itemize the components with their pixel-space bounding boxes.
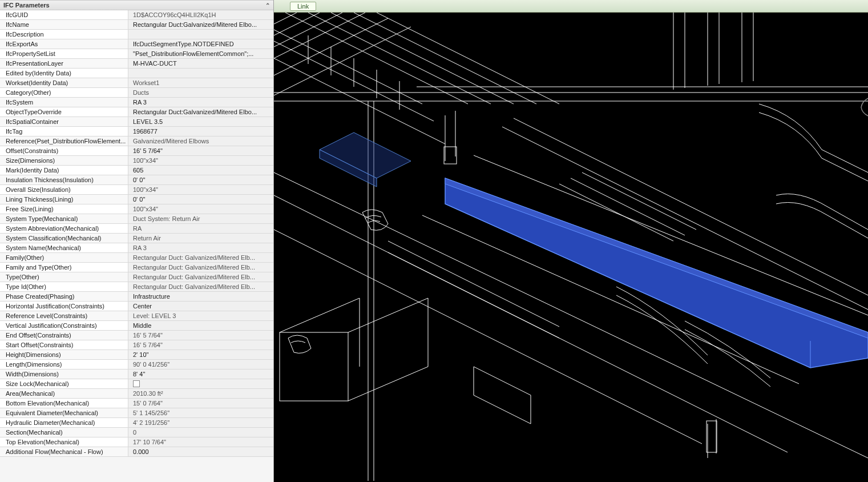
property-name: System Abbreviation(Mechanical) xyxy=(0,224,128,233)
property-row[interactable]: Section(Mechanical)0 xyxy=(0,428,273,437)
property-row[interactable]: Vertical Justification(Constraints)Middl… xyxy=(0,321,273,331)
property-value: RA 3 xyxy=(128,243,273,252)
property-row[interactable]: Family and Type(Other)Rectangular Duct: … xyxy=(0,263,273,272)
property-value[interactable]: 2' 10" xyxy=(128,350,273,359)
property-row[interactable]: System Classification(Mechanical)Return … xyxy=(0,234,273,243)
property-value[interactable]: Rectangular Duct:Galvanized/Mitered Elbo… xyxy=(128,107,273,117)
property-value: 100"x34" xyxy=(128,156,273,165)
property-row[interactable]: Workset(Identity Data)Workset1 xyxy=(0,78,273,88)
property-row[interactable]: Start Offset(Constraints)16' 5 7/64" xyxy=(0,340,273,350)
view-cube[interactable] xyxy=(857,91,868,120)
property-row[interactable]: Reference Level(Constraints)Level: LEVEL… xyxy=(0,311,273,321)
property-row[interactable]: IfcGUID1D$ACCOY96cQ4HLII2Kq1H xyxy=(0,10,273,20)
property-row[interactable]: Additional Flow(Mechanical - Flow)0.000 xyxy=(0,447,273,457)
property-name: Workset(Identity Data) xyxy=(0,78,128,87)
property-value[interactable]: 0.000 xyxy=(128,447,273,456)
collapse-icon[interactable]: ⌃ xyxy=(265,2,270,9)
property-row[interactable]: IfcExportAsIfcDuctSegmentType.NOTDEFINED xyxy=(0,39,273,49)
property-value: 4' 2 191/256" xyxy=(128,418,273,427)
property-row[interactable]: IfcPresentationLayerM-HVAC-DUCT xyxy=(0,59,273,69)
property-value[interactable]: "Pset_DistributionFlowElementCommon";... xyxy=(128,49,273,58)
property-row[interactable]: Insulation Thickness(Insulation)0' 0" xyxy=(0,175,273,185)
property-value[interactable]: Middle xyxy=(128,321,273,330)
section-title: IFC Parameters xyxy=(3,2,50,9)
property-row[interactable]: Mark(Identity Data)605 xyxy=(0,166,273,175)
wireframe-view[interactable] xyxy=(274,13,868,482)
property-name: Horizontal Justification(Constraints) xyxy=(0,302,128,311)
property-row[interactable]: Bottom Elevation(Mechanical)15' 0 7/64" xyxy=(0,399,273,408)
property-row[interactable]: IfcNameRectangular Duct:Galvanized/Miter… xyxy=(0,20,273,30)
property-value[interactable]: 1968677 xyxy=(128,127,273,136)
link-button[interactable]: Link xyxy=(290,2,316,11)
property-value: 16' 5 7/64" xyxy=(128,340,273,350)
property-value[interactable]: Rectangular Duct:Galvanized/Mitered Elbo… xyxy=(128,20,273,29)
property-row[interactable]: Reference(Pset_DistributionFlowElement..… xyxy=(0,136,273,146)
property-list[interactable]: IfcGUID1D$ACCOY96cQ4HLII2Kq1HIfcNameRect… xyxy=(0,10,273,482)
property-value[interactable]: Infrastructure xyxy=(128,292,273,301)
property-value[interactable]: 8' 4" xyxy=(128,369,273,379)
property-value[interactable]: 16' 5 7/64" xyxy=(128,146,273,155)
property-row[interactable]: Equivalent Diameter(Mechanical)5' 1 145/… xyxy=(0,408,273,418)
property-value: 16' 5 7/64" xyxy=(128,331,273,340)
property-row[interactable]: End Offset(Constraints)16' 5 7/64" xyxy=(0,331,273,340)
property-row[interactable]: Family(Other)Rectangular Duct: Galvanize… xyxy=(0,253,273,263)
property-row[interactable]: Offset(Constraints)16' 5 7/64" xyxy=(0,146,273,156)
property-row[interactable]: Width(Dimensions)8' 4" xyxy=(0,369,273,379)
property-value[interactable]: IfcDuctSegmentType.NOTDEFINED xyxy=(128,39,273,49)
property-name: Reference Level(Constraints) xyxy=(0,311,128,320)
property-value: 90' 0 41/256" xyxy=(128,360,273,369)
property-value[interactable] xyxy=(128,30,273,39)
property-value[interactable]: 0' 0" xyxy=(128,175,273,184)
property-row[interactable]: Length(Dimensions)90' 0 41/256" xyxy=(0,360,273,369)
property-row[interactable]: IfcTag1968677 xyxy=(0,127,273,136)
property-name: IfcName xyxy=(0,20,128,29)
viewport-toolbar: Link xyxy=(274,0,868,13)
property-row[interactable]: Type(Other)Rectangular Duct: Galvanized/… xyxy=(0,272,273,282)
property-row[interactable]: IfcPropertySetList"Pset_DistributionFlow… xyxy=(0,49,273,59)
property-row[interactable]: Edited by(Identity Data) xyxy=(0,69,273,78)
property-row[interactable]: IfcDescription xyxy=(0,30,273,39)
property-row[interactable]: System Name(Mechanical)RA 3 xyxy=(0,243,273,253)
property-name: Type(Other) xyxy=(0,272,128,282)
property-row[interactable]: Height(Dimensions)2' 10" xyxy=(0,350,273,360)
property-row[interactable]: ObjectTypeOverrideRectangular Duct:Galva… xyxy=(0,107,273,117)
property-row[interactable]: IfcSpatialContainerLEVEL 3.5 xyxy=(0,117,273,127)
property-row[interactable]: System Abbreviation(Mechanical)RA xyxy=(0,224,273,234)
property-value[interactable]: LEVEL 3.5 xyxy=(128,117,273,126)
property-name: IfcSpatialContainer xyxy=(0,117,128,126)
properties-panel: IFC Parameters ⌃ IfcGUID1D$ACCOY96cQ4HLI… xyxy=(0,0,274,482)
property-row[interactable]: Type Id(Other)Rectangular Duct: Galvaniz… xyxy=(0,282,273,292)
property-row[interactable]: Overall Size(Insulation)100"x34" xyxy=(0,185,273,195)
property-name: Additional Flow(Mechanical - Flow) xyxy=(0,447,128,456)
property-row[interactable]: Category(Other)Ducts xyxy=(0,88,273,98)
ifc-parameters-header[interactable]: IFC Parameters ⌃ xyxy=(0,0,273,10)
property-name: Phase Created(Phasing) xyxy=(0,292,128,301)
property-name: IfcTag xyxy=(0,127,128,136)
property-name: Mark(Identity Data) xyxy=(0,166,128,175)
property-name: Top Elevation(Mechanical) xyxy=(0,437,128,447)
checkbox-icon[interactable] xyxy=(133,380,140,387)
property-value[interactable]: 605 xyxy=(128,166,273,175)
property-name: System Classification(Mechanical) xyxy=(0,234,128,243)
property-name: Bottom Elevation(Mechanical) xyxy=(0,399,128,408)
property-value[interactable]: RA 3 xyxy=(128,98,273,107)
property-row[interactable]: Free Size(Lining)100"x34" xyxy=(0,204,273,214)
property-row[interactable]: Size(Dimensions)100"x34" xyxy=(0,156,273,166)
property-name: Area(Mechanical) xyxy=(0,389,128,398)
property-row[interactable]: Hydraulic Diameter(Mechanical)4' 2 191/2… xyxy=(0,418,273,428)
property-row[interactable]: Horizontal Justification(Constraints)Cen… xyxy=(0,302,273,311)
3d-viewport[interactable]: Link xyxy=(274,0,868,482)
property-row[interactable]: Lining Thickness(Lining)0' 0" xyxy=(0,195,273,204)
property-value[interactable]: M-HVAC-DUCT xyxy=(128,59,273,68)
property-value[interactable] xyxy=(128,379,273,388)
property-value[interactable]: Center xyxy=(128,302,273,311)
property-row[interactable]: System Type(Mechanical)Duct System: Retu… xyxy=(0,214,273,224)
property-row[interactable]: Top Elevation(Mechanical)17' 10 7/64" xyxy=(0,437,273,447)
property-row[interactable]: Size Lock(Mechanical) xyxy=(0,379,273,389)
property-value[interactable]: 0' 0" xyxy=(128,195,273,204)
property-name: Height(Dimensions) xyxy=(0,350,128,359)
property-row[interactable]: Phase Created(Phasing)Infrastructure xyxy=(0,292,273,302)
property-row[interactable]: Area(Mechanical)2010.30 ft² xyxy=(0,389,273,399)
property-row[interactable]: IfcSystemRA 3 xyxy=(0,98,273,107)
property-name: System Type(Mechanical) xyxy=(0,214,128,223)
